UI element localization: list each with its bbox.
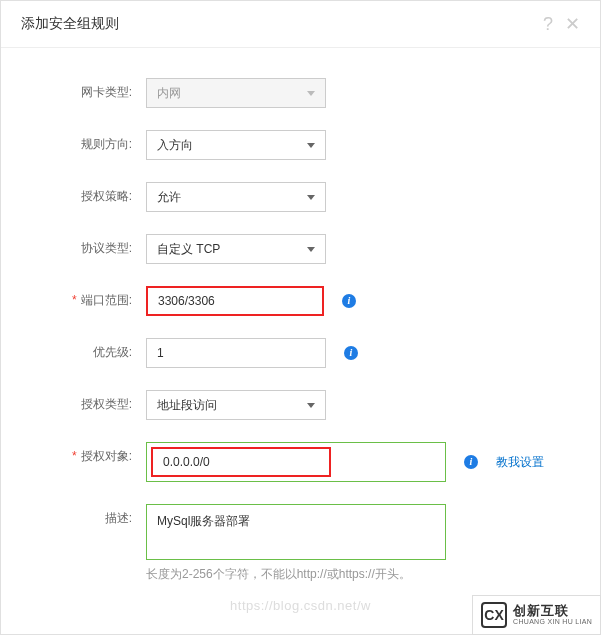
label-protocol: 协议类型: <box>21 234 146 257</box>
row-nic-type: 网卡类型: 内网 <box>21 78 560 108</box>
label-auth-object: 授权对象: <box>21 442 146 465</box>
row-direction: 规则方向: 入方向 <box>21 130 560 160</box>
select-protocol-value: 自定义 TCP <box>157 241 220 258</box>
brand-text: 创新互联 CHUANG XIN HU LIAN <box>513 604 592 626</box>
chevron-down-icon <box>307 403 315 408</box>
select-auth-policy[interactable]: 允许 <box>146 182 326 212</box>
input-auth-object[interactable]: 0.0.0.0/0 <box>151 447 331 477</box>
security-rule-form: 网卡类型: 内网 规则方向: 入方向 授权策略: 允许 <box>1 48 600 615</box>
input-auth-object-value: 0.0.0.0/0 <box>163 455 210 469</box>
add-security-rule-modal: 添加安全组规则 ? ✕ 网卡类型: 内网 规则方向: 入方向 <box>0 0 601 635</box>
select-auth-type-value: 地址段访问 <box>157 397 217 414</box>
description-hint: 长度为2-256个字符，不能以http://或https://开头。 <box>146 566 446 583</box>
row-priority: 优先级: i <box>21 338 560 368</box>
brand-cn: 创新互联 <box>513 604 592 618</box>
label-auth-type: 授权类型: <box>21 390 146 413</box>
info-icon[interactable]: i <box>344 346 358 360</box>
chevron-down-icon <box>307 247 315 252</box>
brand-badge: CX 创新互联 CHUANG XIN HU LIAN <box>472 595 601 635</box>
label-auth-policy: 授权策略: <box>21 182 146 205</box>
modal-header-actions: ? ✕ <box>543 15 580 33</box>
help-icon[interactable]: ? <box>543 15 553 33</box>
link-teach-me[interactable]: 教我设置 <box>496 454 544 471</box>
textarea-description[interactable] <box>146 504 446 560</box>
select-nic-type-value: 内网 <box>157 85 181 102</box>
auth-object-wrapper: 0.0.0.0/0 <box>146 442 446 482</box>
row-auth-type: 授权类型: 地址段访问 <box>21 390 560 420</box>
chevron-down-icon <box>307 91 315 96</box>
label-port-range: 端口范围: <box>21 286 146 309</box>
info-icon[interactable]: i <box>342 294 356 308</box>
info-icon[interactable]: i <box>464 455 478 469</box>
select-direction[interactable]: 入方向 <box>146 130 326 160</box>
select-nic-type: 内网 <box>146 78 326 108</box>
select-auth-policy-value: 允许 <box>157 189 181 206</box>
label-direction: 规则方向: <box>21 130 146 153</box>
row-protocol: 协议类型: 自定义 TCP <box>21 234 560 264</box>
select-direction-value: 入方向 <box>157 137 193 154</box>
row-auth-object: 授权对象: 0.0.0.0/0 i 教我设置 <box>21 442 560 482</box>
select-auth-type[interactable]: 地址段访问 <box>146 390 326 420</box>
label-description: 描述: <box>21 504 146 527</box>
modal-header: 添加安全组规则 ? ✕ <box>1 1 600 48</box>
row-description: 描述: 长度为2-256个字符，不能以http://或https://开头。 <box>21 504 560 583</box>
input-port-range[interactable] <box>146 286 324 316</box>
brand-en: CHUANG XIN HU LIAN <box>513 618 592 626</box>
row-auth-policy: 授权策略: 允许 <box>21 182 560 212</box>
close-icon[interactable]: ✕ <box>565 15 580 33</box>
input-priority[interactable] <box>146 338 326 368</box>
modal-title: 添加安全组规则 <box>21 15 119 33</box>
chevron-down-icon <box>307 195 315 200</box>
row-port-range: 端口范围: i <box>21 286 560 316</box>
select-protocol[interactable]: 自定义 TCP <box>146 234 326 264</box>
brand-logo: CX <box>481 602 507 628</box>
chevron-down-icon <box>307 143 315 148</box>
label-nic-type: 网卡类型: <box>21 78 146 101</box>
label-priority: 优先级: <box>21 338 146 361</box>
